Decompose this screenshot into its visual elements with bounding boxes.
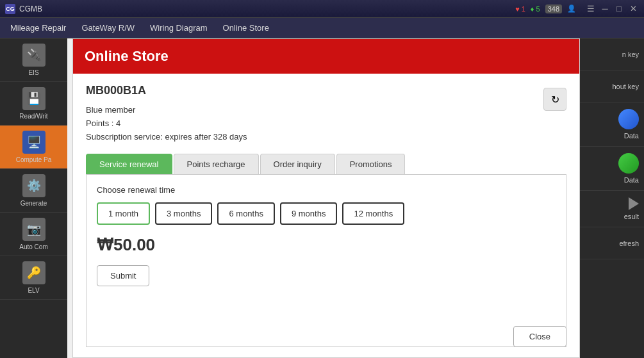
menu-gateway[interactable]: GateWay R/W	[74, 20, 142, 35]
subscription-label: Subscription service: expires after 328 …	[86, 131, 566, 144]
data2-label: Data	[624, 176, 639, 184]
menu-wiring-diagram[interactable]: Wiring Diagram	[142, 20, 215, 35]
sidebar-label-readwrite: Read/Writ	[19, 113, 47, 120]
tab-service-renewal[interactable]: Service renewal	[86, 154, 172, 174]
houtkey-label: hout key	[612, 83, 639, 90]
badge-indicator: 348	[545, 4, 562, 13]
hearts-green-indicator: ♦ 5	[531, 5, 540, 13]
nkey-label: n key	[622, 51, 639, 58]
tab-content-renewal: Choose renewal time 1 month 3 months 6 m…	[86, 175, 566, 347]
tab-points-recharge[interactable]: Points recharge	[174, 154, 259, 174]
duration-1month[interactable]: 1 month	[97, 202, 150, 225]
duration-3months[interactable]: 3 months	[155, 202, 212, 225]
sidebar-item-elv[interactable]: 🔑 ELV	[0, 256, 67, 300]
close-button[interactable]: ✕	[627, 3, 639, 15]
sidebar-item-generate[interactable]: ⚙️ Generate	[0, 169, 67, 213]
user-id: MB000B1A	[86, 84, 566, 97]
hearts-red-indicator: ♥ 1	[515, 5, 525, 13]
generate-icon: ⚙️	[22, 174, 45, 197]
store-body: MB000B1A Blue member Points : 4 Subscrip…	[73, 74, 579, 357]
tab-promotions[interactable]: Promotions	[336, 154, 406, 174]
compute-icon: 🖥️	[22, 131, 45, 154]
right-item-data2[interactable]: Data	[580, 147, 644, 191]
choose-renewal-label: Choose renewal time	[97, 185, 556, 195]
sidebar-label-eis: EIS	[28, 69, 38, 76]
duration-6months[interactable]: 6 months	[217, 202, 274, 225]
right-item-refresh[interactable]: efresh	[580, 227, 644, 259]
online-store-panel: Online Store MB000B1A Blue member Points…	[72, 38, 580, 358]
close-store-button[interactable]: Close	[513, 326, 566, 347]
user-info: Blue member Points : 4 Subscription serv…	[86, 104, 566, 143]
tabs-container: Service renewal Points recharge Order in…	[86, 154, 566, 175]
menu-online-store[interactable]: Online Store	[215, 20, 277, 35]
tab-order-inquiry[interactable]: Order inquiry	[260, 154, 335, 174]
sidebar-item-autocom[interactable]: 📷 Auto Com	[0, 213, 67, 256]
sidebar-label-generate: Generate	[21, 200, 47, 207]
right-item-result[interactable]: esult	[580, 191, 644, 227]
refresh-label: efresh	[619, 240, 639, 247]
right-item-nkey[interactable]: n key	[580, 38, 644, 70]
sidebar-item-eis[interactable]: 🔌 EIS	[0, 38, 67, 82]
menu-mileage-repair[interactable]: Mileage Repair	[3, 20, 74, 35]
sidebar-label-autocom: Auto Com	[19, 243, 47, 250]
sidebar-item-compute[interactable]: 🖥️ Compute Pa	[0, 126, 67, 169]
submit-button[interactable]: Submit	[97, 265, 149, 286]
user-avatar-icon: 👤	[567, 4, 576, 13]
maximize-button[interactable]: □	[613, 3, 625, 15]
price-display: ₩50.00	[97, 235, 556, 255]
main-layout: 🔌 EIS 💾 Read/Writ 🖥️ Compute Pa ⚙️ Gener…	[0, 38, 644, 358]
data1-label: Data	[624, 132, 639, 140]
circle-blue-icon	[618, 109, 639, 129]
autocom-icon: 📷	[22, 218, 45, 241]
result-label: esult	[624, 213, 639, 220]
title-bar: CG CGMB ♥ 1 ♦ 5 348 👤 ☰ ─ □ ✕	[0, 0, 644, 18]
store-header: Online Store	[73, 39, 579, 74]
app-title: CGMB	[19, 4, 511, 13]
sidebar-label-elv: ELV	[28, 287, 39, 294]
window-controls[interactable]: ☰ ─ □ ✕	[585, 3, 639, 15]
menu-bar: Mileage Repair GateWay R/W Wiring Diagra…	[0, 18, 644, 38]
elv-icon: 🔑	[22, 261, 45, 284]
eis-icon: 🔌	[22, 44, 45, 67]
right-sidebar: n key hout key Data Data esult efresh	[580, 38, 644, 358]
right-item-houtkey[interactable]: hout key	[580, 70, 644, 102]
sidebar-label-compute: Compute Pa	[16, 156, 52, 163]
duration-9months[interactable]: 9 months	[280, 202, 337, 225]
refresh-button[interactable]: ↻	[543, 88, 566, 111]
minimize-button[interactable]: ─	[599, 3, 611, 15]
indicators: ♥ 1 ♦ 5 348 👤	[515, 4, 576, 13]
member-type: Blue member	[86, 104, 566, 117]
content-area: Online Store MB000B1A Blue member Points…	[67, 38, 580, 358]
app-icon: CG	[5, 4, 15, 14]
store-title: Online Store	[85, 48, 169, 64]
left-sidebar: 🔌 EIS 💾 Read/Writ 🖥️ Compute Pa ⚙️ Gener…	[0, 38, 67, 358]
menu-button[interactable]: ☰	[585, 3, 597, 15]
readwrite-icon: 💾	[22, 87, 45, 110]
sidebar-item-readwrite[interactable]: 💾 Read/Writ	[0, 82, 67, 126]
arrow-right-icon	[629, 197, 639, 210]
right-item-data1[interactable]: Data	[580, 102, 644, 147]
duration-12months[interactable]: 12 months	[342, 202, 404, 225]
duration-buttons: 1 month 3 months 6 months 9 months 12 mo…	[97, 202, 556, 225]
circle-green-icon	[618, 153, 639, 174]
points-label: Points : 4	[86, 117, 566, 131]
refresh-icon: ↻	[551, 94, 559, 106]
